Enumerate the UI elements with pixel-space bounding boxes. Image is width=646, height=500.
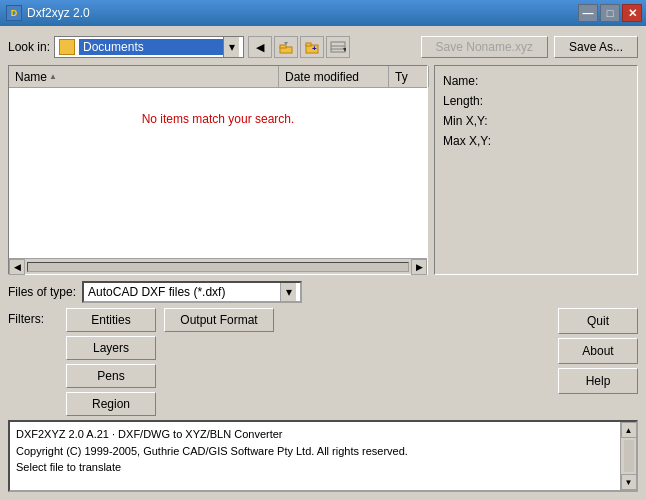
pens-button[interactable]: Pens xyxy=(66,364,156,388)
horizontal-scrollbar[interactable]: ◀ ▶ xyxy=(9,258,427,274)
scroll-up-button[interactable]: ▲ xyxy=(621,422,637,438)
svg-rect-1 xyxy=(280,45,286,48)
scroll-track-h[interactable] xyxy=(27,262,409,272)
look-in-row: Look in: Documents ▾ ◀ + ▾ Save Noname.x… xyxy=(8,34,638,60)
prop-minxy-row: Min X,Y: xyxy=(443,114,629,128)
log-area: DXF2XYZ 2.0 A.21 · DXF/DWG to XYZ/BLN Co… xyxy=(8,420,638,492)
layers-button[interactable]: Layers xyxy=(66,336,156,360)
look-in-value: Documents xyxy=(79,39,223,55)
toolbar-buttons: ◀ + ▾ xyxy=(248,36,350,58)
filters-row: Filters: Entities Layers Pens Region Out… xyxy=(8,308,638,416)
svg-rect-3 xyxy=(306,43,311,46)
col-name-header[interactable]: Name ▲ xyxy=(9,66,279,87)
region-button[interactable]: Region xyxy=(66,392,156,416)
files-of-type-combo[interactable]: AutoCAD DXF files (*.dxf) ▾ xyxy=(82,281,302,303)
help-button[interactable]: Help xyxy=(558,368,638,394)
prop-minxy-label: Min X,Y: xyxy=(443,114,503,128)
file-browser-header: Name ▲ Date modified Ty xyxy=(9,66,427,88)
output-format-button[interactable]: Output Format xyxy=(164,308,274,332)
app-title: Dxf2xyz 2.0 xyxy=(27,6,90,20)
app-icon: D xyxy=(6,5,22,21)
look-in-dropdown-arrow[interactable]: ▾ xyxy=(223,36,239,58)
scroll-down-button[interactable]: ▼ xyxy=(621,474,637,490)
save-as-button[interactable]: Save As... xyxy=(554,36,638,58)
maximize-button[interactable]: □ xyxy=(600,4,620,22)
entities-button[interactable]: Entities xyxy=(66,308,156,332)
window-body: Look in: Documents ▾ ◀ + ▾ Save Noname.x… xyxy=(0,26,646,500)
file-browser-body: No items match your search. xyxy=(9,88,427,258)
files-of-type-row: Files of type: AutoCAD DXF files (*.dxf)… xyxy=(8,280,638,304)
prop-maxxy-label: Max X,Y: xyxy=(443,134,503,148)
bottom-section: Files of type: AutoCAD DXF files (*.dxf)… xyxy=(8,280,638,492)
look-in-label: Look in: xyxy=(8,40,50,54)
side-action-buttons: Quit About Help xyxy=(558,308,638,416)
files-type-dropdown-arrow[interactable]: ▾ xyxy=(280,283,296,301)
prop-name-label: Name: xyxy=(443,74,503,88)
log-line2: Copyright (C) 1999-2005, Guthrie CAD/GIS… xyxy=(16,443,610,460)
prop-name-row: Name: xyxy=(443,74,629,88)
quit-button[interactable]: Quit xyxy=(558,308,638,334)
no-items-message: No items match your search. xyxy=(13,112,423,126)
col-date-header[interactable]: Date modified xyxy=(279,66,389,87)
prop-length-row: Length: xyxy=(443,94,629,108)
about-button[interactable]: About xyxy=(558,338,638,364)
svg-text:+: + xyxy=(312,44,317,53)
up-folder-button[interactable] xyxy=(274,36,298,58)
files-of-type-label: Files of type: xyxy=(8,285,76,299)
view-options-button[interactable]: ▾ xyxy=(326,36,350,58)
col-sort-arrow: ▲ xyxy=(49,72,57,81)
scroll-left-button[interactable]: ◀ xyxy=(9,259,25,275)
log-line3: Select file to translate xyxy=(16,459,610,476)
minimize-button[interactable]: — xyxy=(578,4,598,22)
scroll-right-button[interactable]: ▶ xyxy=(411,259,427,275)
back-button[interactable]: ◀ xyxy=(248,36,272,58)
files-of-type-value: AutoCAD DXF files (*.dxf) xyxy=(88,285,280,299)
filters-section: Filters: Entities Layers Pens Region Out… xyxy=(8,308,548,416)
filters-label: Filters: xyxy=(8,308,58,326)
col-type-header[interactable]: Ty xyxy=(389,66,429,87)
prop-length-label: Length: xyxy=(443,94,503,108)
prop-maxxy-row: Max X,Y: xyxy=(443,134,629,148)
svg-text:▾: ▾ xyxy=(343,45,346,54)
right-action-buttons: Save Noname.xyz Save As... xyxy=(421,36,638,58)
new-folder-button[interactable]: + xyxy=(300,36,324,58)
main-content: Name ▲ Date modified Ty No items match y… xyxy=(8,65,638,275)
scroll-track-v[interactable] xyxy=(624,440,634,472)
properties-panel: Name: Length: Min X,Y: Max X,Y: xyxy=(434,65,638,275)
folder-icon xyxy=(59,39,75,55)
log-line1: DXF2XYZ 2.0 A.21 · DXF/DWG to XYZ/BLN Co… xyxy=(16,426,610,443)
look-in-combo[interactable]: Documents ▾ xyxy=(54,36,244,58)
output-area: Output Format xyxy=(164,308,274,332)
close-button[interactable]: ✕ xyxy=(622,4,642,22)
filter-buttons-group: Entities Layers Pens Region xyxy=(66,308,156,416)
file-browser: Name ▲ Date modified Ty No items match y… xyxy=(8,65,428,275)
title-bar: D Dxf2xyz 2.0 — □ ✕ xyxy=(0,0,646,26)
log-text: DXF2XYZ 2.0 A.21 · DXF/DWG to XYZ/BLN Co… xyxy=(10,422,616,490)
log-scrollbar[interactable]: ▲ ▼ xyxy=(620,422,636,490)
save-button[interactable]: Save Noname.xyz xyxy=(421,36,548,58)
